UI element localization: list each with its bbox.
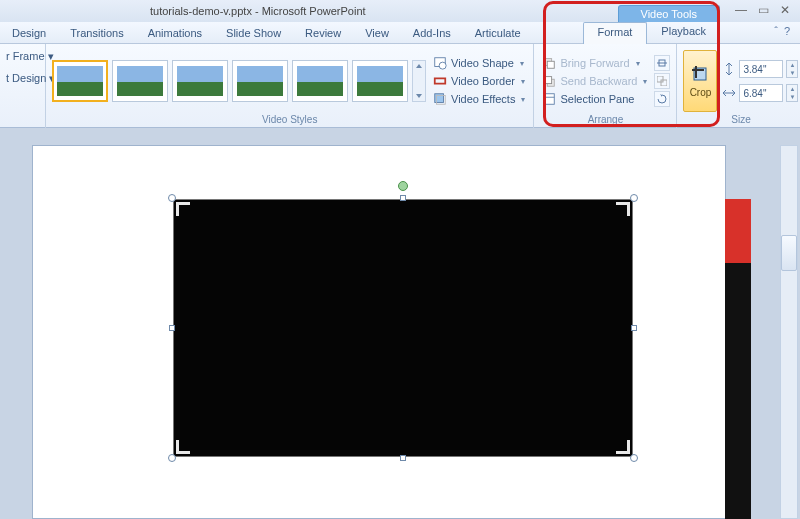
selection-pane-button[interactable]: Selection Pane [540,91,649,107]
handle-tl[interactable] [168,194,176,202]
style-gallery [52,60,426,102]
video-border-button[interactable]: Video Border▾ [431,73,527,89]
close-button[interactable]: ✕ [778,3,792,17]
video-effects-button[interactable]: Video Effects▾ [431,91,527,107]
height-input[interactable]: 3.84" [739,60,783,78]
tab-transitions[interactable]: Transitions [58,24,135,42]
border-icon [433,74,447,88]
arrange-group: Bring Forward▾ Send Backward▾ Selection … [534,44,677,128]
align-icon [657,58,667,68]
slide-accent-red [725,199,751,263]
adjust-group-truncated: r Frame ▾ t Design ▾ [0,44,46,128]
tab-articulate[interactable]: Articulate [463,24,533,42]
rotation-handle[interactable] [398,181,408,191]
height-icon [722,62,736,76]
svg-rect-6 [548,61,555,68]
rotate-button[interactable] [654,91,670,107]
send-backward-button[interactable]: Send Backward▾ [540,73,649,89]
tab-view[interactable]: View [353,24,401,42]
bring-forward-label: Bring Forward [560,57,629,69]
group-icon [657,76,667,86]
video-object[interactable] [173,199,633,457]
tab-review[interactable]: Review [293,24,353,42]
tab-add-ins[interactable]: Add-Ins [401,24,463,42]
handle-l[interactable] [169,325,175,331]
shape-icon [433,56,447,70]
bring-forward-button[interactable]: Bring Forward▾ [540,55,649,71]
ribbon-collapse-icon[interactable]: ˆ [774,25,778,37]
crop-mark-tr [616,202,630,216]
group-button[interactable] [654,73,670,89]
tab-slide-show[interactable]: Slide Show [214,24,293,42]
tab-format[interactable]: Format [583,22,648,44]
ribbon: r Frame ▾ t Design ▾ Vi [0,44,800,128]
vertical-scrollbar[interactable] [780,145,798,519]
tab-playback[interactable]: Playback [647,22,720,44]
handle-br[interactable] [630,454,638,462]
style-thumb-5[interactable] [292,60,348,102]
svg-rect-8 [545,77,552,84]
svg-rect-14 [661,80,667,86]
bring-forward-icon [542,56,556,70]
minimize-button[interactable]: — [734,3,748,17]
effects-icon [433,92,447,106]
slide-accent-black [725,263,751,519]
height-spinner[interactable]: ▲▼ [786,60,798,78]
size-group: Crop 3.84" ▲▼ 6.84" ▲▼ Size [677,44,800,128]
crop-mark-bl [176,440,190,454]
width-spinner[interactable]: ▲▼ [786,84,798,102]
maximize-button[interactable]: ▭ [756,3,770,17]
selection-pane-icon [542,92,556,106]
handle-b[interactable] [400,455,406,461]
style-thumb-1[interactable] [52,60,108,102]
ribbon-help: ˆ ? [774,25,790,37]
height-value: 3.84" [743,64,766,75]
size-label: Size [683,114,798,127]
dropdown-icon: ▾ [636,59,640,68]
send-backward-icon [542,74,556,88]
crop-icon [690,64,710,84]
ribbon-tabs: Design Transitions Animations Slide Show… [0,22,800,44]
video-effects-label: Video Effects [451,93,515,105]
video-styles-group: Video Shape▾ Video Border▾ Video Effects… [46,44,534,128]
width-icon [722,86,736,100]
style-thumb-6[interactable] [352,60,408,102]
width-value: 6.84" [743,88,766,99]
dropdown-icon: ▾ [521,95,525,104]
video-tools-banner: Video Tools [618,5,720,22]
dropdown-icon: ▾ [521,77,525,86]
size-inputs: 3.84" ▲▼ 6.84" ▲▼ [722,60,798,102]
handle-tr[interactable] [630,194,638,202]
dropdown-icon: ▾ [520,59,524,68]
video-shape-button[interactable]: Video Shape▾ [431,55,527,71]
video-content [173,199,633,457]
window-controls: — ▭ ✕ [734,3,792,17]
dropdown-icon: ▾ [643,77,647,86]
handle-t[interactable] [400,195,406,201]
selection-pane-label: Selection Pane [560,93,634,105]
tab-design[interactable]: Design [0,24,58,42]
handle-r[interactable] [631,325,637,331]
crop-label: Crop [690,87,712,98]
help-icon[interactable]: ? [784,25,790,37]
svg-rect-13 [657,76,663,82]
style-thumb-2[interactable] [112,60,168,102]
context-tabs: Format Playback [583,22,720,44]
style-thumb-4[interactable] [232,60,288,102]
svg-rect-2 [435,78,446,83]
tab-animations[interactable]: Animations [136,24,214,42]
video-styles-label: Video Styles [52,114,527,127]
crop-button[interactable]: Crop [683,50,717,112]
align-button[interactable] [654,55,670,71]
crop-mark-br [616,440,630,454]
width-input[interactable]: 6.84" [739,84,783,102]
style-gallery-more[interactable] [412,60,426,102]
vertical-scroll-thumb[interactable] [781,235,797,271]
svg-rect-9 [544,94,555,105]
title-bar: tutorials-demo-v.pptx - Microsoft PowerP… [0,0,800,22]
window-title: tutorials-demo-v.pptx - Microsoft PowerP… [150,5,366,17]
slide-canvas[interactable] [32,145,726,519]
arrange-label: Arrange [540,114,670,127]
handle-bl[interactable] [168,454,176,462]
style-thumb-3[interactable] [172,60,228,102]
